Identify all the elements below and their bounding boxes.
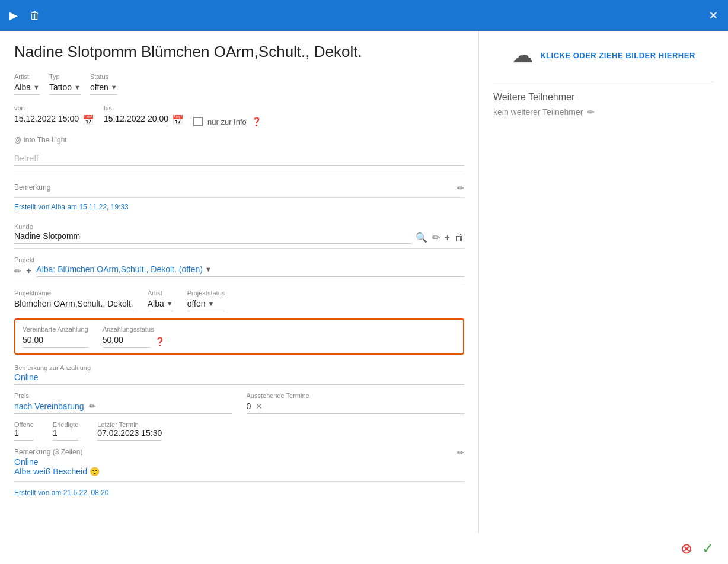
betreff-group [14, 151, 464, 176]
bemerkung-anzahlung-section: Bemerkung zur Anzahlung Online [14, 362, 464, 385]
bemerkung-anzahlung-value: Online [14, 372, 464, 385]
projekt-label: Projekt [14, 256, 34, 263]
projekt-row: ✏ + Alba: Blümchen OArm,Schult., Dekolt.… [14, 265, 464, 277]
vereinbarte-anzahlung-value[interactable]: 50,00 [23, 335, 88, 348]
teilnehmer-row: kein weiterer Teilnehmer ✏ [493, 107, 714, 117]
weitere-teilnehmer-title: Weitere Teilnehmer [493, 92, 714, 103]
artist-label: Artist [14, 73, 40, 80]
projektstatus-label: Projektstatus [187, 289, 225, 297]
upload-row: ☁ KLICKE ODER ZIEHE BILDER HIERHER [512, 43, 695, 68]
teilnehmer-edit-icon[interactable]: ✏ [587, 107, 595, 117]
right-panel: ☁ KLICKE ODER ZIEHE BILDER HIERHER Weite… [479, 31, 728, 533]
main-window: ▶ 🗑 ✕ Nadine Slotpomm Blümchen OArm,Schu… [0, 0, 728, 564]
ausstehende-termine-group: Ausstehende Termine 0 ✕ [247, 392, 465, 414]
help-icon[interactable]: ❓ [251, 117, 261, 126]
bemerkung-row: Bemerkung ✏ [14, 183, 464, 193]
preis-group: Preis nach Vereinbarung ✏ [14, 392, 232, 414]
preis-value: nach Vereinbarung [14, 402, 84, 411]
nur-zur-info-label: nur zur Info [207, 117, 247, 126]
bemerkung-edit-icon[interactable]: ✏ [457, 183, 464, 193]
bemerkung-zeilen-label: Bemerkung (3 Zeilen) [14, 448, 82, 456]
kunde-row: Nadine Slotpomm 🔍 ✏ + 🗑 [14, 231, 464, 244]
projekt-add-icon[interactable]: + [26, 266, 31, 276]
projektname-value: Blümchen OArm,Schult., Dekolt. [14, 299, 133, 311]
anzahlungsstatus-row: 50,00 ❓ [103, 335, 165, 348]
anzahlungsstatus-label: Anzahlungsstatus [103, 326, 165, 333]
von-group: von 15.12.2022 15:00 📅 [14, 104, 94, 126]
confirm-button[interactable]: ✓ [702, 540, 714, 557]
projekt-value: Alba: Blümchen OArm,Schult., Dekolt. (of… [36, 265, 203, 274]
artist-value: Alba [14, 82, 31, 92]
erledigte-stat: Erledigte 1 [53, 421, 78, 441]
projekt-artist-select[interactable]: Alba ▼ [148, 299, 173, 311]
artist-arrow-icon: ▼ [33, 84, 40, 91]
projekt-artist-value: Alba [148, 299, 164, 308]
delete-icon[interactable]: 🗑 [30, 9, 40, 22]
projekt-edit-icon[interactable]: ✏ [14, 266, 21, 276]
artist-select[interactable]: Alba ▼ [14, 82, 40, 95]
status-value: offen [90, 82, 108, 92]
offene-stat: Offene 1 [14, 421, 34, 441]
typ-select[interactable]: Tattoo ▼ [49, 82, 81, 95]
kunde-section: Kunde Nadine Slotpomm 🔍 ✏ + 🗑 [14, 221, 464, 249]
kunde-label: Kunde [14, 223, 33, 230]
cancel-button[interactable]: ⊗ [681, 540, 692, 557]
anzahlungsstatus-value[interactable]: 50,00 [103, 335, 150, 348]
status-select[interactable]: offen ▼ [90, 82, 117, 95]
upload-area[interactable]: ☁ KLICKE ODER ZIEHE BILDER HIERHER [493, 43, 714, 68]
created-text: Erstellt von Alba am 15.11.22, 19:33 [14, 203, 464, 211]
content-area: Nadine Slotpomm Blümchen OArm,Schult., D… [0, 31, 728, 533]
close-icon[interactable]: ✕ [708, 8, 719, 23]
projekt-artist-arrow-icon: ▼ [167, 300, 173, 307]
bottom-actions: ⊗ ✓ [0, 533, 728, 564]
kein-teilnehmer-text: kein weiterer Teilnehmer [493, 107, 583, 117]
bis-group: bis 15.12.2022 20:00 📅 [104, 104, 184, 126]
projekt-section: Projekt ✏ + Alba: Blümchen OArm,Schult.,… [14, 254, 464, 282]
projektstatus-arrow-icon: ▼ [208, 300, 215, 307]
kunde-value: Nadine Slotpomm [14, 231, 411, 244]
send-icon[interactable]: ▶ [9, 9, 18, 22]
kunde-edit-icon[interactable]: ✏ [432, 232, 440, 243]
ausstehende-termine-clear-icon[interactable]: ✕ [256, 402, 263, 411]
letzter-termin-label: Letzter Termin [97, 421, 162, 428]
projekt-select[interactable]: Alba: Blümchen OArm,Schult., Dekolt. (of… [36, 265, 464, 277]
titlebar: ▶ 🗑 ✕ [0, 0, 728, 31]
date-row: von 15.12.2022 15:00 📅 bis 15.12.2022 20… [14, 104, 464, 126]
kunde-delete-icon[interactable]: 🗑 [455, 232, 464, 243]
betreff-input[interactable] [14, 151, 464, 166]
kunde-search-icon[interactable]: 🔍 [416, 232, 427, 243]
bemerkung-label: Bemerkung [14, 183, 50, 192]
bemerkung-multi-edit-icon[interactable]: ✏ [457, 448, 464, 457]
von-calendar-icon[interactable]: 📅 [82, 114, 94, 126]
nur-zur-info-checkbox[interactable] [193, 117, 203, 126]
preis-ausstehende-row: Preis nach Vereinbarung ✏ Ausstehende Te… [14, 392, 464, 414]
erledigte-label: Erledigte [53, 421, 78, 428]
von-label: von [14, 104, 94, 111]
preis-edit-icon[interactable]: ✏ [89, 402, 96, 411]
kunde-add-icon[interactable]: + [445, 232, 450, 243]
projekt-artist-group: Artist Alba ▼ [148, 289, 173, 311]
offene-label: Offene [14, 421, 34, 428]
titlebar-actions: ▶ 🗑 [9, 9, 40, 22]
artist-group: Artist Alba ▼ [14, 73, 40, 95]
letzter-termin-stat: Letzter Termin 07.02.2023 15:30 [97, 421, 162, 441]
erstellt-bottom-text: Erstellt von am 21.6.22, 08:20 [14, 489, 464, 497]
projekt-info-row: Projektname Blümchen OArm,Schult., Dekol… [14, 289, 464, 311]
vereinbarte-anzahlung-group: Vereinbarte Anzahlung 50,00 [23, 326, 88, 348]
ausstehende-termine-value: 0 [247, 402, 251, 411]
anzahlungsstatus-help-icon[interactable]: ❓ [155, 337, 165, 346]
bemerkung-multi-section: Bemerkung (3 Zeilen) ✏ Online Alba weiß … [14, 448, 464, 482]
bis-date-wrapper: 15.12.2022 20:00 📅 [104, 114, 184, 126]
preis-row-inner: nach Vereinbarung ✏ [14, 402, 232, 414]
bis-calendar-icon[interactable]: 📅 [172, 114, 184, 126]
projektstatus-group: Projektstatus offen ▼ [187, 289, 225, 311]
projektname-label: Projektname [14, 289, 133, 297]
typ-value: Tattoo [49, 82, 72, 92]
page-title: Nadine Slotpomm Blümchen OArm,Schult., D… [14, 43, 464, 61]
weitere-teilnehmer-section: Weitere Teilnehmer kein weiterer Teilneh… [493, 92, 714, 117]
artist-typ-status-row: Artist Alba ▼ Typ Tattoo ▼ Status [14, 73, 464, 95]
typ-group: Typ Tattoo ▼ [49, 73, 81, 95]
stats-row: Offene 1 Erledigte 1 Letzter Termin 07.0… [14, 421, 464, 441]
nur-zur-info-row: nur zur Info ❓ [193, 117, 261, 126]
projektstatus-select[interactable]: offen ▼ [187, 299, 225, 311]
